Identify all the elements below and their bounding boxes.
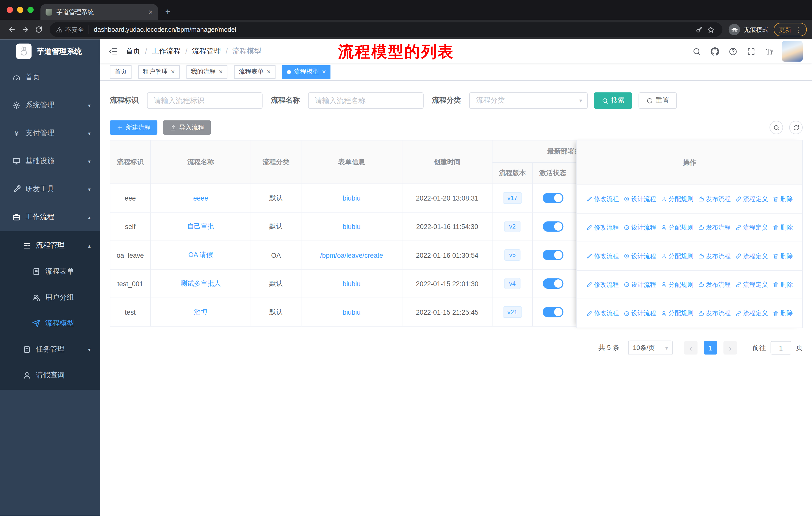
design-process-link[interactable]: 设计流程 — [624, 309, 656, 318]
next-page-button[interactable]: › — [723, 341, 737, 354]
active-toggle[interactable] — [543, 193, 563, 203]
sidebar-item-task-mgmt[interactable]: 任务管理 ▾ — [0, 336, 100, 362]
window-minimize-button[interactable] — [17, 7, 23, 13]
browser-tab[interactable]: 芋道管理系统 × — [40, 4, 158, 20]
close-icon[interactable]: × — [267, 69, 271, 75]
process-definition-link[interactable]: 流程定义 — [735, 309, 768, 318]
active-toggle[interactable] — [543, 278, 563, 289]
sidebar-item-system[interactable]: 系统管理 ▾ — [0, 91, 100, 119]
tab-close-icon[interactable]: × — [148, 8, 153, 16]
publish-process-link[interactable]: 发布流程 — [698, 195, 731, 203]
security-chip[interactable]: 不安全 — [56, 25, 89, 34]
passwords-key-icon[interactable] — [693, 24, 705, 35]
address-bar[interactable]: 不安全 dashboard.yudao.iocoder.cn/bpm/manag… — [50, 22, 723, 37]
process-name-link[interactable]: OA 请假 — [188, 251, 213, 259]
prev-page-button[interactable]: ‹ — [684, 341, 697, 354]
design-process-link[interactable]: 设计流程 — [624, 252, 656, 261]
delete-process-link[interactable]: 删除 — [773, 309, 793, 318]
font-size-icon[interactable] — [764, 46, 774, 56]
process-definition-link[interactable]: 流程定义 — [735, 195, 768, 203]
filter-name-input[interactable] — [308, 92, 424, 109]
sidebar-item-process-form[interactable]: 流程表单 — [0, 259, 100, 285]
process-name-link[interactable]: 自己审批 — [187, 222, 214, 230]
refresh-table-button[interactable] — [789, 121, 803, 134]
window-close-button[interactable] — [7, 7, 13, 13]
close-icon[interactable]: × — [322, 69, 326, 75]
page-size-select[interactable]: 10条/页 ▾ — [628, 341, 673, 355]
delete-process-link[interactable]: 删除 — [773, 280, 793, 289]
form-info-link[interactable]: biubiu — [343, 308, 360, 316]
toggle-search-button[interactable] — [770, 121, 783, 134]
update-button[interactable]: 更新 ⋮ — [774, 23, 807, 36]
sidebar-item-payment[interactable]: ¥ 支付管理 ▾ — [0, 119, 100, 147]
publish-process-link[interactable]: 发布流程 — [698, 252, 731, 261]
active-toggle[interactable] — [543, 221, 563, 232]
window-zoom-button[interactable] — [27, 7, 34, 13]
design-process-link[interactable]: 设计流程 — [624, 280, 656, 289]
github-icon[interactable] — [709, 46, 720, 56]
forward-button[interactable] — [19, 23, 32, 36]
page-1-button[interactable]: 1 — [704, 341, 717, 354]
close-icon[interactable]: × — [219, 69, 223, 75]
form-info-link[interactable]: /bpm/oa/leave/create — [320, 251, 383, 259]
import-process-button[interactable]: 导入流程 — [163, 120, 211, 135]
sidebar-collapse-icon[interactable] — [109, 47, 118, 56]
process-name-link[interactable]: 滔博 — [194, 308, 207, 316]
search-button[interactable]: 搜索 — [594, 92, 632, 109]
tag-my-process[interactable]: 我的流程 × — [186, 65, 228, 78]
process-definition-link[interactable]: 流程定义 — [735, 280, 768, 289]
app-logo-row[interactable]: 芋道管理系统 — [0, 39, 100, 63]
process-name-link[interactable]: 测试多审批人 — [180, 279, 221, 287]
sidebar-item-process-mgmt[interactable]: 流程管理 ▴ — [0, 233, 100, 259]
assign-rule-link[interactable]: 分配规则 — [661, 252, 693, 261]
sidebar-item-process-model[interactable]: 流程模型 — [0, 310, 100, 336]
assign-rule-link[interactable]: 分配规则 — [661, 195, 693, 203]
close-icon[interactable]: × — [171, 69, 175, 75]
form-info-link[interactable]: biubiu — [343, 280, 360, 288]
design-process-link[interactable]: 设计流程 — [624, 223, 656, 232]
assign-rule-link[interactable]: 分配规则 — [661, 280, 693, 289]
tag-tenant-mgmt[interactable]: 租户管理 × — [138, 65, 179, 78]
assign-rule-link[interactable]: 分配规则 — [661, 223, 693, 232]
reload-button[interactable] — [32, 23, 46, 36]
edit-process-link[interactable]: 修改流程 — [586, 252, 619, 261]
sidebar-item-infra[interactable]: 基础设施 ▾ — [0, 147, 100, 175]
active-toggle[interactable] — [543, 250, 563, 260]
edit-process-link[interactable]: 修改流程 — [586, 195, 619, 203]
form-info-link[interactable]: biubiu — [343, 223, 360, 230]
new-tab-button[interactable]: + — [165, 7, 170, 16]
tag-process-model[interactable]: 流程模型 × — [282, 65, 331, 78]
sidebar-item-workflow[interactable]: 工作流程 ▴ — [0, 203, 100, 231]
process-name-link[interactable]: eeee — [193, 194, 208, 202]
delete-process-link[interactable]: 删除 — [773, 195, 793, 203]
process-definition-link[interactable]: 流程定义 — [735, 223, 768, 232]
filter-category-select[interactable]: 流程分类 ▾ — [469, 92, 588, 109]
sidebar-item-home[interactable]: 首页 — [0, 63, 100, 91]
sidebar-item-devtools[interactable]: 研发工具 ▾ — [0, 175, 100, 203]
back-button[interactable] — [5, 23, 19, 36]
design-process-link[interactable]: 设计流程 — [624, 195, 656, 203]
fullscreen-icon[interactable] — [746, 46, 756, 56]
tag-home[interactable]: 首页 — [110, 65, 132, 78]
active-toggle[interactable] — [543, 307, 563, 317]
edit-process-link[interactable]: 修改流程 — [586, 309, 619, 318]
delete-process-link[interactable]: 删除 — [773, 252, 793, 261]
publish-process-link[interactable]: 发布流程 — [698, 280, 731, 289]
breadcrumb-home[interactable]: 首页 — [126, 47, 141, 56]
delete-process-link[interactable]: 删除 — [773, 223, 793, 232]
process-definition-link[interactable]: 流程定义 — [735, 252, 768, 261]
goto-page-input[interactable] — [771, 341, 791, 354]
bookmark-star-icon[interactable] — [705, 24, 716, 35]
user-avatar[interactable] — [782, 41, 803, 62]
assign-rule-link[interactable]: 分配规则 — [661, 309, 693, 318]
search-icon[interactable] — [691, 46, 702, 56]
edit-process-link[interactable]: 修改流程 — [586, 280, 619, 289]
sidebar-item-user-group[interactable]: 用户分组 — [0, 285, 100, 311]
create-process-button[interactable]: 新建流程 — [110, 120, 157, 135]
help-icon[interactable] — [728, 46, 738, 56]
browser-menu-icon[interactable]: ⋮ — [795, 26, 802, 33]
filter-id-input[interactable] — [147, 92, 263, 109]
form-info-link[interactable]: biubiu — [343, 194, 360, 202]
breadcrumb-process-mgmt[interactable]: 流程管理 — [192, 47, 221, 56]
sidebar-item-leave-query[interactable]: 请假查询 — [0, 362, 100, 388]
